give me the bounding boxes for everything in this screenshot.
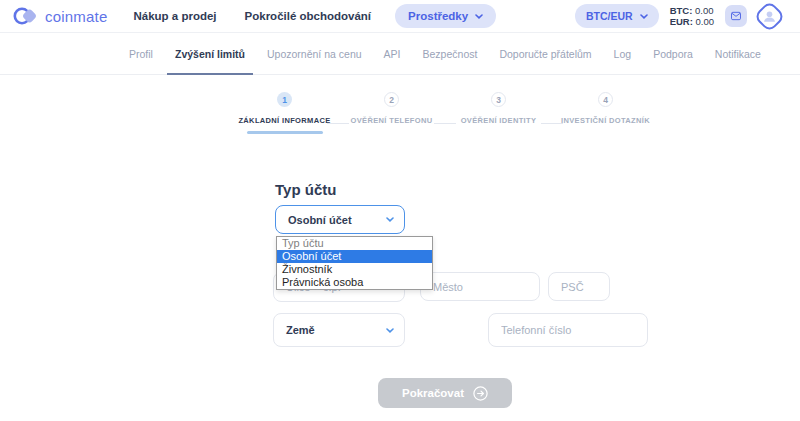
active-step-underline bbox=[247, 131, 323, 134]
chevron-down-icon bbox=[475, 14, 483, 19]
coinmate-logo[interactable]: coinmate bbox=[13, 5, 107, 27]
tab-profil[interactable]: Profil bbox=[129, 33, 153, 74]
balance-eur: EUR: 0.00 bbox=[670, 16, 714, 28]
step-identity-verification: 3 OVĚŘENÍ IDENTITY bbox=[445, 92, 552, 134]
step-label: ZÁKLADNÍ INFORMACE bbox=[238, 116, 330, 125]
pair-dropdown-label: BTC/EUR bbox=[586, 10, 633, 22]
top-navbar: coinmate Nákup a prodej Pokročilé obchod… bbox=[0, 0, 800, 33]
step-label: OVĚŘENÍ IDENTITY bbox=[461, 116, 537, 125]
step-connector bbox=[434, 123, 456, 124]
tab-podpora[interactable]: Podpora bbox=[653, 33, 693, 74]
primary-nav: Nákup a prodej Pokročilé obchodování bbox=[133, 10, 371, 22]
tab-zvyseni-limitu[interactable]: Zvýšení limitů bbox=[175, 33, 245, 74]
continue-label: Pokračovat bbox=[402, 387, 464, 399]
step-label: INVESTIČNÍ DOTAZNÍK bbox=[561, 116, 650, 125]
tab-bezpecnost[interactable]: Bezpečnost bbox=[423, 33, 478, 74]
step-number: 1 bbox=[277, 92, 292, 107]
funds-dropdown-button[interactable]: Prostředky bbox=[395, 4, 496, 28]
dropdown-option-osobni-ucet[interactable]: Osobní účet bbox=[277, 250, 432, 263]
messages-button[interactable] bbox=[725, 5, 747, 27]
chevron-down-icon bbox=[386, 328, 394, 333]
zip-input[interactable] bbox=[548, 272, 610, 301]
header-right: BTC/EUR BTC: 0.00 EUR: 0.00 bbox=[575, 4, 787, 28]
step-number: 4 bbox=[598, 92, 613, 107]
settings-tabs: Profil Zvýšení limitů Upozornění na cenu… bbox=[0, 33, 800, 75]
dropdown-option-zivnostnik[interactable]: Živnostník bbox=[277, 263, 432, 276]
funds-dropdown-label: Prostředky bbox=[408, 10, 468, 22]
user-icon bbox=[760, 7, 779, 26]
arrow-right-circle-icon bbox=[473, 386, 488, 401]
continue-button[interactable]: Pokračovat bbox=[378, 378, 512, 408]
account-balances: BTC: 0.00 EUR: 0.00 bbox=[670, 5, 714, 28]
verification-stepper: 1 ZÁKLADNÍ INFORMACE 2 OVĚŘENÍ TELEFONU … bbox=[231, 92, 659, 134]
dropdown-option-pravnicka-osoba[interactable]: Právnická osoba bbox=[277, 276, 432, 289]
coinmate-logo-icon bbox=[13, 5, 38, 27]
dropdown-option-typ-uctu[interactable]: Typ účtu bbox=[277, 237, 432, 250]
envelope-icon bbox=[731, 11, 741, 21]
account-type-value: Osobní účet bbox=[288, 214, 352, 226]
step-connector bbox=[327, 123, 349, 124]
coinmate-app: coinmate Nákup a prodej Pokročilé obchod… bbox=[0, 0, 800, 421]
pair-dropdown-button[interactable]: BTC/EUR bbox=[575, 4, 659, 28]
balance-btc: BTC: 0.00 bbox=[670, 5, 714, 17]
account-type-select[interactable]: Osobní účet bbox=[275, 205, 405, 234]
nav-buy-sell[interactable]: Nákup a prodej bbox=[133, 10, 216, 22]
tab-api[interactable]: API bbox=[384, 33, 401, 74]
country-select[interactable]: Země bbox=[273, 313, 405, 347]
step-number: 2 bbox=[384, 92, 399, 107]
tab-doporucte-pratelum[interactable]: Doporučte přátelům bbox=[499, 33, 591, 74]
country-value: Země bbox=[286, 324, 315, 336]
step-label: OVĚŘENÍ TELEFONU bbox=[351, 116, 433, 125]
nav-advanced-trading[interactable]: Pokročilé obchodování bbox=[245, 10, 372, 22]
tab-notifikace[interactable]: Notifikace bbox=[715, 33, 761, 74]
step-investment-questionnaire: 4 INVESTIČNÍ DOTAZNÍK bbox=[552, 92, 659, 134]
form-title: Typ účtu bbox=[275, 181, 336, 198]
phone-input[interactable] bbox=[488, 313, 648, 347]
chevron-down-icon bbox=[386, 217, 394, 222]
brand-name: coinmate bbox=[45, 8, 107, 25]
avatar[interactable] bbox=[753, 0, 786, 32]
account-type-dropdown: Typ účtu Osobní účet Živnostník Právnick… bbox=[276, 236, 433, 290]
chevron-down-icon bbox=[640, 14, 648, 19]
step-number: 3 bbox=[491, 92, 506, 107]
step-basic-info: 1 ZÁKLADNÍ INFORMACE bbox=[231, 92, 338, 134]
tab-upozorneni-na-cenu[interactable]: Upozornění na cenu bbox=[267, 33, 362, 74]
tab-log[interactable]: Log bbox=[614, 33, 632, 74]
city-input[interactable] bbox=[420, 272, 540, 301]
step-phone-verification: 2 OVĚŘENÍ TELEFONU bbox=[338, 92, 445, 134]
step-connector bbox=[541, 123, 563, 124]
